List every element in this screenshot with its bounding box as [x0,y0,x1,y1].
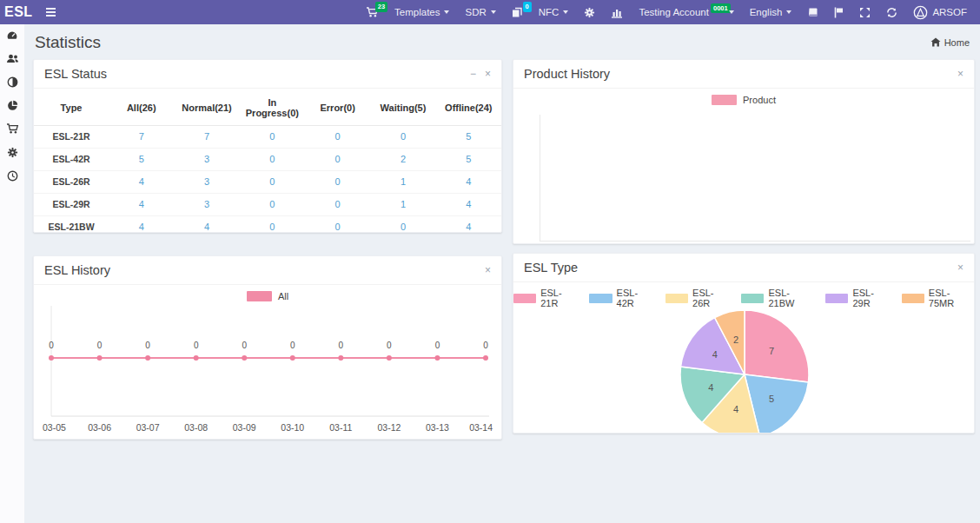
esl-history-title: ESL History [44,263,110,277]
status-count-link[interactable]: 5 [139,154,144,164]
breadcrumb[interactable]: Home [930,37,970,49]
settings-nav-button[interactable] [576,0,603,24]
value-label: 0 [242,341,247,350]
value-label: 0 [435,341,440,350]
main-content: Statistics Home ESL Status − × TypeAll(2… [24,24,980,440]
status-count-link[interactable]: 0 [335,199,341,209]
sdr-label: SDR [465,7,486,17]
refresh-nav-button[interactable] [878,0,905,24]
legend-item[interactable]: ESL-21BW [741,288,814,308]
sidebar-item-settings[interactable] [0,142,24,165]
legend-label: ESL-42R [617,288,654,308]
collapse-icon[interactable]: − [470,69,476,79]
status-count-link[interactable]: 4 [204,222,209,232]
sidebar-item-reports[interactable] [0,95,24,118]
esl-history-chart: 003-05003-06003-07003-08003-09003-10003-… [43,304,494,436]
sidebar-item-history[interactable] [0,165,24,189]
status-count-link[interactable]: 0 [401,131,406,142]
value-label: 0 [97,341,103,350]
status-count-link[interactable]: 4 [139,176,144,187]
sidebar-item-labels[interactable] [0,71,24,95]
status-count-link[interactable]: 5 [466,154,471,164]
user-avatar-logo-icon [913,5,928,20]
home-icon [930,37,941,49]
legend-item[interactable]: ESL-75MR [902,288,974,308]
column-header: Error(0) [305,90,370,126]
nfc-label: NFC [539,7,560,17]
data-point [483,355,488,361]
docs-nav-button[interactable] [799,0,826,24]
status-count-link[interactable]: 0 [335,154,341,164]
legend-item[interactable]: ESL-29R [825,288,890,308]
status-count-link[interactable]: 3 [204,154,209,164]
contrast-icon [7,76,18,91]
legend-item[interactable]: ESL-42R [589,288,653,308]
language-menu[interactable]: English [742,0,800,24]
gear-icon [584,7,595,18]
copy-nav-button[interactable]: 0 [504,0,531,24]
sidebar-toggle-button[interactable] [40,0,63,24]
status-count-link[interactable]: 0 [269,176,275,187]
status-count-link[interactable]: 0 [269,154,275,164]
status-count-link[interactable]: 0 [269,222,275,232]
status-count-link[interactable]: 0 [269,199,275,209]
status-count-link[interactable]: 4 [466,222,471,232]
templates-menu[interactable]: Templates [387,0,457,24]
close-icon[interactable]: × [485,69,491,79]
status-count-link[interactable]: 7 [139,131,144,142]
status-count-link[interactable]: 0 [335,131,341,142]
sidebar-item-dashboard[interactable] [0,24,24,48]
sdr-menu[interactable]: SDR [457,0,503,24]
legend-item[interactable]: ESL-21R [513,288,578,308]
fullscreen-nav-button[interactable] [851,0,878,24]
column-header: Offline(24) [436,90,501,126]
legend-label: Product [743,95,776,105]
sidebar-item-products[interactable] [0,118,24,142]
esl-status-panel: ESL Status − × TypeAll(26)Normal(21)In P… [33,59,502,233]
status-count-link[interactable]: 4 [139,199,144,209]
data-point [338,355,343,361]
esl-type-cell: ESL-29R [34,194,109,216]
status-count-link[interactable]: 3 [204,199,209,209]
status-count-link[interactable]: 4 [139,222,144,232]
status-count-link[interactable]: 4 [466,176,471,187]
status-count-link[interactable]: 2 [401,154,406,164]
account-badge: 0001 [711,3,731,14]
legend-label: ESL-26R [692,288,730,308]
status-count-link[interactable]: 0 [401,222,406,232]
legend-swatch [247,291,272,301]
esl-type-legend: ESL-21RESL-42RESL-26RESL-21BWESL-29RESL-… [513,288,974,308]
column-header: Waiting(5) [370,90,435,126]
cart-nav-button[interactable]: 23 [358,0,387,24]
esl-history-legend[interactable]: All [34,291,501,301]
flag-nav-button[interactable] [826,0,851,24]
status-count-link[interactable]: 1 [401,176,406,187]
status-count-link[interactable]: 3 [204,176,209,187]
refresh-icon [886,7,897,18]
status-count-link[interactable]: 1 [401,199,406,209]
app-logo[interactable]: ESL [0,4,40,20]
product-history-legend[interactable]: Product [513,95,974,105]
sidebar-item-users[interactable] [0,48,24,71]
users-icon [6,52,19,68]
nfc-menu[interactable]: NFC [531,0,577,24]
close-icon[interactable]: × [957,262,963,273]
status-count-link[interactable]: 0 [335,222,341,232]
status-count-link[interactable]: 0 [335,176,341,187]
value-label: 0 [483,341,488,350]
status-count-link[interactable]: 5 [466,131,471,142]
navbar-right: 23 Templates SDR 0 NFC [358,0,980,24]
username-label: ARSOF [932,7,967,17]
esl-type-cell: ESL-26R [34,171,109,194]
dashboard-icon [6,29,18,44]
user-menu[interactable]: ARSOF [905,0,975,24]
account-menu[interactable]: Testing Account 0001 [631,0,741,24]
pie-value-label: 4 [708,382,713,393]
statistics-nav-button[interactable] [603,0,631,24]
status-count-link[interactable]: 7 [204,131,209,142]
close-icon[interactable]: × [485,265,491,275]
status-count-link[interactable]: 0 [269,131,275,142]
legend-item[interactable]: ESL-26R [665,288,730,308]
status-count-link[interactable]: 4 [466,199,471,209]
close-icon[interactable]: × [957,69,963,79]
